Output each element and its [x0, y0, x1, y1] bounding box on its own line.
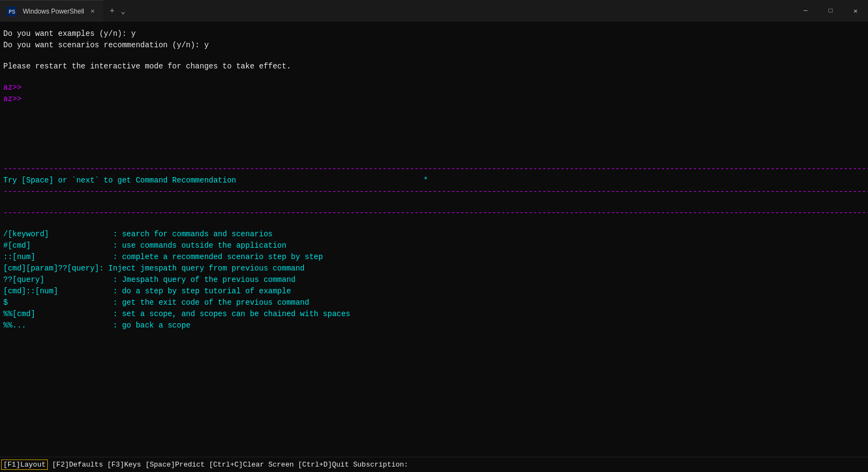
- output-line-1: Do you want examples (y/n): y: [3, 28, 865, 40]
- help-line-9: %%... : go back a scope: [3, 320, 865, 331]
- svg-text:PS: PS: [9, 9, 15, 15]
- spacer-6: [3, 134, 865, 144]
- spacer-5: [3, 124, 865, 134]
- ctrl-d-key[interactable]: [Ctrl+D]Quit Subscription:: [294, 461, 409, 469]
- output-line-2: Do you want scenarios recommendation (y/…: [3, 40, 865, 51]
- help-line-6: [cmd]::[num] : do a step by step tutoria…: [3, 286, 865, 297]
- tab-controls: + ⌄: [103, 4, 132, 18]
- window-controls: ─ □ ✕: [793, 0, 868, 22]
- f1-key[interactable]: [F1]Layout: [1, 460, 48, 470]
- help-line-5: ??[query] : Jmespath query of the previo…: [3, 274, 865, 286]
- spacer-8: [3, 154, 865, 163]
- help-line-3: ::[num] : complete a recommended scenari…: [3, 251, 865, 263]
- spacer-10: [3, 219, 865, 229]
- powershell-icon: PS: [7, 7, 16, 16]
- new-tab-button[interactable]: +: [108, 4, 116, 17]
- help-line-1: /[keyword] : search for commands and sce…: [3, 229, 865, 240]
- spacer-3: [3, 105, 865, 115]
- banner-line: Try [Space] or `next` to get Command Rec…: [3, 175, 865, 186]
- tab-area: PS Windows PowerShell ✕ + ⌄: [0, 0, 132, 22]
- maximize-button[interactable]: □: [818, 0, 843, 22]
- spacer-4: [3, 115, 865, 124]
- help-line-2: #[cmd] : use commands outside the applic…: [3, 240, 865, 251]
- spacer-2: [3, 72, 865, 82]
- help-section: /[keyword] : search for commands and sce…: [3, 229, 865, 331]
- ctrl-c-key[interactable]: [Ctrl+C]Clear Screen: [205, 461, 294, 469]
- help-line-8: %%[cmd] : set a scope, and scopes can be…: [3, 309, 865, 320]
- tab-close-button[interactable]: ✕: [89, 6, 97, 16]
- f3-key[interactable]: [F3]Keys: [103, 461, 141, 469]
- prompt-line-1: az>>: [3, 82, 865, 93]
- terminal-window[interactable]: Do you want examples (y/n): y Do you wan…: [0, 22, 868, 457]
- status-bar: [F1]Layout [F2]Defaults [F3]Keys [Space]…: [0, 457, 868, 472]
- help-line-4: [cmd][param]??[query]: Inject jmespath q…: [3, 263, 865, 274]
- dash-line-2: ----------------------------------------…: [3, 186, 865, 198]
- prompt-line-2: az>>: [3, 93, 865, 105]
- dash-line-3: ----------------------------------------…: [3, 207, 865, 219]
- tab-dropdown-button[interactable]: ⌄: [118, 4, 127, 18]
- minimize-button[interactable]: ─: [793, 0, 818, 22]
- close-button[interactable]: ✕: [843, 0, 868, 22]
- output-line-4: Please restart the interactive mode for …: [3, 61, 865, 72]
- spacer-1: [3, 51, 865, 61]
- dash-line-1: ----------------------------------------…: [3, 163, 865, 175]
- spacer-7: [3, 144, 865, 154]
- terminal-content: Do you want examples (y/n): y Do you wan…: [2, 26, 866, 457]
- active-tab[interactable]: PS Windows PowerShell ✕: [0, 0, 103, 22]
- help-line-7: $ : get the exit code of the previous co…: [3, 297, 865, 309]
- f2-key[interactable]: [F2]Defaults: [48, 461, 103, 469]
- spacer-9: [3, 198, 865, 207]
- title-bar: PS Windows PowerShell ✕ + ⌄ ─ □ ✕: [0, 0, 868, 22]
- space-key[interactable]: [Space]Predict: [141, 461, 205, 469]
- tab-label: Windows PowerShell: [23, 8, 84, 15]
